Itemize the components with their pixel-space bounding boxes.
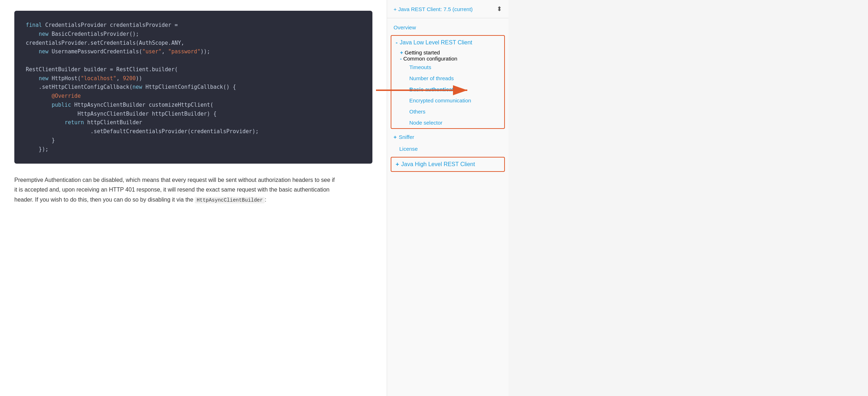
prose-text: Preemptive Authentication can be disable… [14,175,337,204]
sidebar-item-basic-authentication[interactable]: Basic authentication [405,84,504,95]
sidebar-item-others[interactable]: Others [405,106,504,117]
sidebar-item-license[interactable]: License [387,143,508,155]
sidebar: + Java REST Client: 7.5 (current) ⬍ Over… [387,0,508,396]
sidebar-item-low-level[interactable]: - Java Low Level REST Client [391,36,504,49]
sidebar-item-node-selector[interactable]: Node selector [405,117,504,128]
plus-icon: + [400,49,403,55]
code-block: final CredentialsProvider credentialsPro… [14,11,372,164]
sidebar-item-encrypted-communication[interactable]: Encrypted communication [405,95,504,106]
code-pre: final CredentialsProvider credentialsPro… [26,21,361,154]
sidebar-item-number-of-threads[interactable]: Number of threads [405,73,504,84]
sidebar-nav: Overview - Java Low Level REST Client + … [387,18,508,178]
chevron-icon: ⬍ [497,5,502,13]
minus-icon-2: - [400,55,402,62]
sidebar-item-overview[interactable]: Overview [387,22,508,33]
minus-icon: - [396,39,397,46]
version-label: + Java REST Client: 7.5 (current) [394,6,497,12]
main-content: final CredentialsProvider credentialsPro… [0,0,387,396]
sidebar-section-low-level: - Java Low Level REST Client + Getting s… [391,35,505,129]
sidebar-item-sniffer[interactable]: + Sniffer [387,131,508,143]
plus-icon-high: + [396,161,399,168]
version-bar[interactable]: + Java REST Client: 7.5 (current) ⬍ [387,0,508,18]
plus-icon-sniffer: + [394,134,397,140]
sidebar-sub-common-config[interactable]: - Common configuration [391,55,504,62]
version-dropdown[interactable]: ⬍ [497,5,502,13]
inline-code: HttpAsyncClientBuilder [195,197,265,203]
sidebar-sub-getting-started[interactable]: + Getting started [391,49,504,55]
prose-section: Preemptive Authentication can be disable… [14,175,337,204]
sidebar-item-timeouts[interactable]: Timeouts [405,62,504,73]
sidebar-section-high-level[interactable]: + Java High Level REST Client [391,157,505,172]
sidebar-sub-sub-items: Timeouts Number of threads Basic authent… [391,62,504,128]
